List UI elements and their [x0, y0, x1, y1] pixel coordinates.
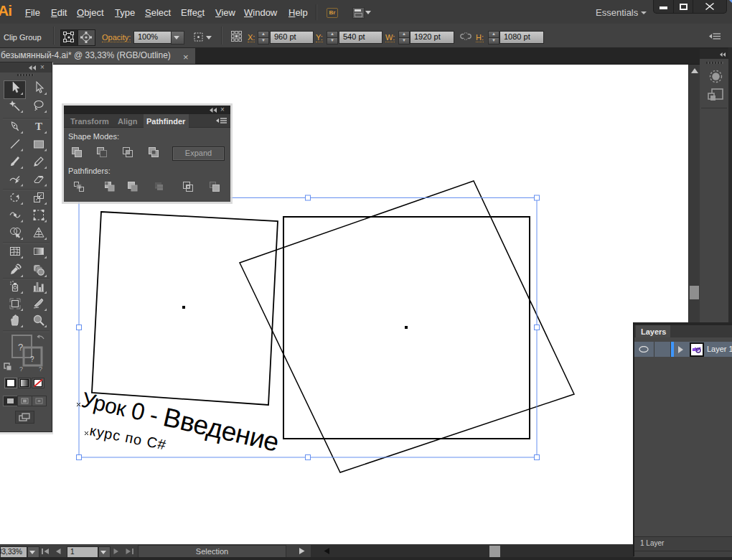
svg-text:T: T — [35, 121, 42, 132]
svg-text:?: ? — [19, 365, 23, 373]
svg-text:?: ? — [39, 365, 42, 373]
svg-text:?: ? — [18, 342, 23, 353]
svg-text:Урок 0 - Введение: Урок 0 - Введение — [79, 383, 281, 457]
svg-text:?: ? — [30, 355, 34, 363]
